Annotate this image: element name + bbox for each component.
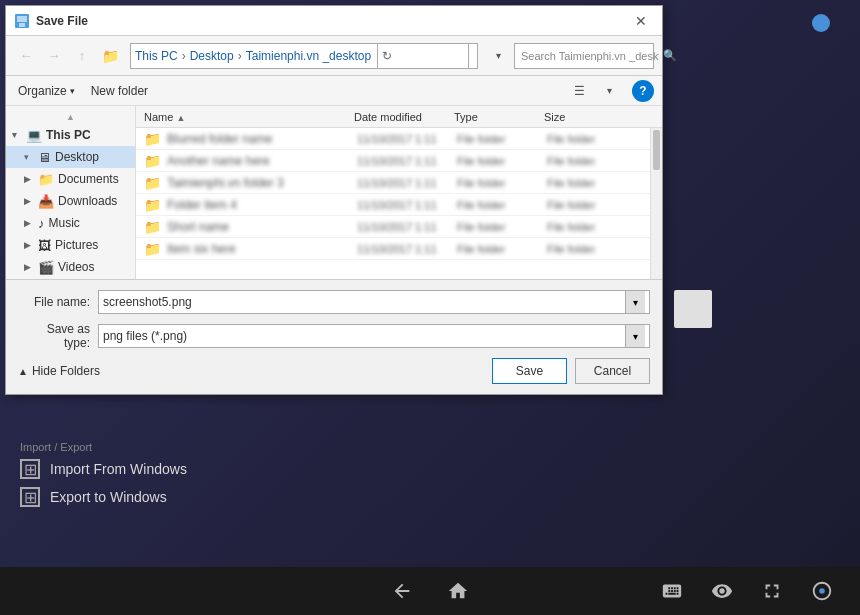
save-type-dropdown[interactable]: ▾ — [625, 325, 645, 347]
view-toggle-button[interactable]: ☰ — [568, 80, 590, 102]
sidebar-label-this-pc: This PC — [46, 128, 129, 142]
settings-taskbar-button[interactable] — [804, 573, 840, 609]
search-input[interactable] — [521, 50, 659, 62]
organize-button[interactable]: Organize ▾ — [14, 82, 79, 100]
up-button[interactable]: ↑ — [70, 44, 94, 68]
expand-arrow-pics: ▶ — [24, 240, 34, 250]
dialog-titlebar: Save File ✕ — [6, 6, 662, 36]
eye-taskbar-button[interactable] — [704, 573, 740, 609]
table-row[interactable]: 📁 Folder item 4 11/10/2017 1:11 File fol… — [136, 194, 662, 216]
import-icon: ⊞ — [20, 459, 40, 479]
music-icon: ♪ — [38, 216, 45, 231]
col-header-date[interactable]: Date modified — [354, 111, 454, 123]
sidebar-item-pictures[interactable]: ▶ 🖼 Pictures — [6, 234, 135, 256]
folder-icon-row: 📁 — [144, 131, 161, 147]
hide-folders-label: Hide Folders — [32, 364, 100, 378]
col-header-name[interactable]: Name ▲ — [144, 111, 354, 123]
organize-label: Organize — [18, 84, 67, 98]
file-name-field[interactable]: screenshot5.png ▾ — [98, 290, 650, 314]
refresh-button[interactable]: ↻ — [377, 43, 469, 69]
sidebar-item-this-pc[interactable]: ▾ 💻 This PC — [6, 124, 135, 146]
sidebar: ▲ ▾ 💻 This PC ▾ 🖥 Desktop ▶ 📁 Documents — [6, 106, 136, 279]
taskbar-right — [654, 573, 840, 609]
import-from-windows[interactable]: ⊞ Import From Windows — [20, 459, 280, 479]
dialog-toolbar: ← → ↑ 📁 This PC › Desktop › Taimienphi.v… — [6, 36, 662, 76]
save-button[interactable]: Save — [492, 358, 567, 384]
svg-rect-2 — [19, 23, 25, 27]
sidebar-item-downloads[interactable]: ▶ 📥 Downloads — [6, 190, 135, 212]
dialog-close-button[interactable]: ✕ — [628, 8, 654, 34]
sub-toolbar: Organize ▾ New folder ☰ ▾ ? — [6, 76, 662, 106]
export-label: Export to Windows — [50, 489, 167, 505]
sidebar-scroll-up[interactable]: ▲ — [6, 110, 135, 124]
documents-icon: 📁 — [38, 172, 54, 187]
save-type-row: Save as type: png files (*.png) ▾ — [18, 322, 650, 350]
sidebar-label-desktop: Desktop — [55, 150, 129, 164]
expand-arrow-dl: ▶ — [24, 196, 34, 206]
this-pc-icon: 💻 — [26, 128, 42, 143]
back-taskbar-button[interactable] — [384, 573, 420, 609]
file-name-value: screenshot5.png — [103, 295, 625, 309]
table-row[interactable]: 📁 Blurred folder name 11/10/2017 1:11 Fi… — [136, 128, 662, 150]
sidebar-item-local-disk[interactable]: ▶ 💾 Local Disk (C:) — [6, 278, 135, 279]
expand-arrow-desktop: ▾ — [24, 152, 34, 162]
export-to-windows[interactable]: ⊞ Export to Windows — [20, 487, 280, 507]
downloads-icon: 📥 — [38, 194, 54, 209]
new-folder-button[interactable]: New folder — [87, 82, 152, 100]
table-row[interactable]: 📁 Another name here 11/10/2017 1:11 File… — [136, 150, 662, 172]
keyboard-taskbar-button[interactable] — [654, 573, 690, 609]
expand-arrow: ▾ — [12, 130, 22, 140]
right-panel — [674, 290, 712, 328]
expand-arrow-docs: ▶ — [24, 174, 34, 184]
save-type-value: png files (*.png) — [103, 329, 625, 343]
search-icon: 🔍 — [663, 49, 677, 62]
table-row[interactable]: 📁 Short name 11/10/2017 1:11 File folder… — [136, 216, 662, 238]
dialog-bottom: File name: screenshot5.png ▾ Save as typ… — [6, 279, 662, 394]
svg-point-3 — [819, 588, 825, 594]
import-export-section: Import / Export ⊞ Import From Windows ⊞ … — [0, 431, 300, 525]
sidebar-item-music[interactable]: ▶ ♪ Music — [6, 212, 135, 234]
folder-icon-row3: 📁 — [144, 175, 161, 191]
file-name-label: File name: — [18, 295, 98, 309]
address-dropdown-button[interactable]: ▾ — [486, 44, 510, 68]
save-type-field[interactable]: png files (*.png) ▾ — [98, 324, 650, 348]
forward-button[interactable]: → — [42, 44, 66, 68]
organize-arrow: ▾ — [70, 86, 75, 96]
dialog-content: ▲ ▾ 💻 This PC ▾ 🖥 Desktop ▶ 📁 Documents — [6, 106, 662, 279]
file-name-row: File name: screenshot5.png ▾ — [18, 290, 650, 314]
address-bar[interactable]: This PC › Desktop › Taimienphi.vn _deskt… — [130, 43, 478, 69]
crumb-desktop[interactable]: Desktop — [190, 49, 234, 63]
table-row[interactable]: 📁 Item six here 11/10/2017 1:11 File fol… — [136, 238, 662, 260]
crumb-folder[interactable]: Taimienphi.vn _desktop — [246, 49, 371, 63]
sidebar-item-documents[interactable]: ▶ 📁 Documents — [6, 168, 135, 190]
new-folder-label: New folder — [91, 84, 148, 98]
cancel-button[interactable]: Cancel — [575, 358, 650, 384]
file-name-dropdown[interactable]: ▾ — [625, 291, 645, 313]
hide-folders-arrow: ▲ — [18, 366, 28, 377]
crumb-this-pc[interactable]: This PC — [135, 49, 178, 63]
save-file-icon — [14, 13, 30, 29]
help-button[interactable]: ? — [632, 80, 654, 102]
sidebar-label-videos: Videos — [58, 260, 129, 274]
fullscreen-taskbar-button[interactable] — [754, 573, 790, 609]
file-list-scrollbar[interactable] — [650, 128, 662, 279]
import-label: Import From Windows — [50, 461, 187, 477]
videos-icon: 🎬 — [38, 260, 54, 275]
col-header-size[interactable]: Size — [544, 111, 614, 123]
status-dot — [812, 14, 830, 32]
expand-arrow-vids: ▶ — [24, 262, 34, 272]
back-button[interactable]: ← — [14, 44, 38, 68]
table-row[interactable]: 📁 Taimienphi.vn folder 3 11/10/2017 1:11… — [136, 172, 662, 194]
sidebar-item-desktop[interactable]: ▾ 🖥 Desktop — [6, 146, 135, 168]
hide-folders-button[interactable]: ▲ Hide Folders — [18, 364, 100, 378]
home-taskbar-button[interactable] — [440, 573, 476, 609]
sidebar-label-music: Music — [49, 216, 130, 230]
buttons-row: ▲ Hide Folders Save Cancel — [18, 358, 650, 384]
sidebar-label-documents: Documents — [58, 172, 129, 186]
pictures-icon: 🖼 — [38, 238, 51, 253]
file-list-header: Name ▲ Date modified Type Size — [136, 106, 662, 128]
sidebar-item-videos[interactable]: ▶ 🎬 Videos — [6, 256, 135, 278]
col-header-type[interactable]: Type — [454, 111, 544, 123]
folder-icon-row2: 📁 — [144, 153, 161, 169]
view-dropdown-button[interactable]: ▾ — [598, 80, 620, 102]
